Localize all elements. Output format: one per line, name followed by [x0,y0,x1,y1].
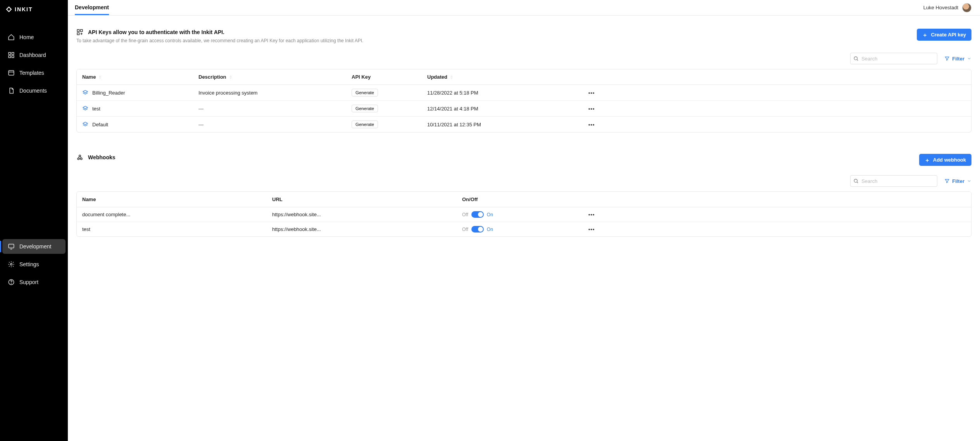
sidebar-item-dashboard[interactable]: Dashboard [2,48,66,62]
sidebar-item-label: Home [19,34,34,40]
apikeys-subtitle: To take advantage of the fine-grain acce… [76,38,363,43]
toggle-on-label: On [487,212,493,217]
apikeys-filter-button[interactable]: Filter [944,56,971,62]
col-description[interactable]: Description [198,74,352,80]
svg-rect-3 [12,56,14,58]
sidebar-item-settings[interactable]: Settings [2,257,66,272]
toggle-switch[interactable] [471,226,484,233]
sidebar-item-development[interactable]: Development [2,239,66,254]
user-menu[interactable]: Luke Hovestadt [923,3,971,12]
apikeys-table: Name Description API Key Updated [76,69,971,133]
row-description: — [198,122,352,127]
sidebar-item-documents[interactable]: Documents [2,83,66,98]
api-keys-icon [76,29,83,36]
table-row: test — Generate 12/14/2021 at 4:18 PM ••… [77,101,971,117]
col-onoff: On/Off [462,196,575,202]
plus-icon: ＋ [925,157,930,163]
svg-rect-0 [9,52,10,54]
plus-icon: ＋ [922,32,928,38]
dashboard-icon [8,52,15,59]
search-input[interactable] [850,53,937,64]
filter-label: Filter [952,178,964,184]
generate-button[interactable]: Generate [352,105,378,112]
sidebar: INKIT Home Dashboard Templates Documents [0,0,68,441]
help-icon [8,279,15,286]
sidebar-item-templates[interactable]: Templates [2,65,66,80]
svg-point-12 [854,57,858,60]
row-name: document complete... [82,212,272,217]
svg-rect-1 [12,52,14,54]
api-key-row-icon [82,90,88,96]
chevron-down-icon [967,56,971,61]
sidebar-item-home[interactable]: Home [2,30,66,45]
row-name: test [82,226,272,232]
sidebar-item-label: Support [19,279,38,285]
row-url: https://webhook.site... [272,226,462,232]
svg-rect-11 [77,33,79,35]
row-more-button[interactable]: ••• [588,90,595,96]
row-more-button[interactable]: ••• [588,226,595,232]
svg-rect-2 [9,56,10,58]
secondary-nav: Development Settings Support [0,238,68,437]
generate-button[interactable]: Generate [352,121,378,128]
toggle-switch[interactable] [471,211,484,218]
sort-icon [98,75,102,79]
brand-name: INKIT [15,6,33,12]
templates-icon [8,69,15,76]
row-more-button[interactable]: ••• [588,212,595,217]
col-url: URL [272,196,462,202]
sidebar-item-label: Documents [19,88,47,94]
webhooks-search [850,175,937,187]
table-row: Default — Generate 10/11/2021 at 12:35 P… [77,117,971,132]
svg-point-6 [10,263,12,265]
row-updated: 11/28/2022 at 5:18 PM [427,90,575,96]
add-webhook-button[interactable]: ＋ Add webhook [919,154,971,166]
svg-rect-5 [9,244,14,248]
col-apikey: API Key [352,74,427,80]
filter-label: Filter [952,56,964,62]
row-name: Billing_Reader [92,90,125,96]
svg-rect-9 [77,29,79,31]
gear-icon [8,261,15,268]
topbar: Development Luke Hovestadt [68,0,980,16]
sidebar-item-support[interactable]: Support [2,275,66,289]
generate-button[interactable]: Generate [352,89,378,96]
row-updated: 10/11/2021 at 12:35 PM [427,122,575,127]
apikeys-table-header: Name Description API Key Updated [77,69,971,85]
webhooks-title: Webhooks [88,154,116,160]
webhooks-filter-button[interactable]: Filter [944,178,971,184]
toggle-on-label: On [487,227,493,232]
button-label: Create API key [931,32,966,38]
svg-point-8 [11,283,12,284]
apikeys-section-head: API Keys allow you to authenticate with … [76,29,971,43]
apikeys-search [850,53,937,64]
row-more-button[interactable]: ••• [588,122,595,127]
sidebar-item-label: Settings [19,261,39,267]
brand-logo-icon [5,6,12,13]
brand-logo: INKIT [0,0,68,18]
search-input[interactable] [850,175,937,187]
svg-point-16 [854,179,858,182]
tab-development[interactable]: Development [75,0,109,15]
col-name: Name [82,196,272,202]
search-icon [853,56,859,61]
primary-nav: Home Dashboard Templates Documents [0,28,68,227]
webhooks-toolbar: Filter [76,175,971,187]
sidebar-item-label: Templates [19,70,44,76]
development-icon [8,243,15,250]
apikeys-title: API Keys allow you to authenticate with … [88,29,224,35]
row-more-button[interactable]: ••• [588,106,595,112]
button-label: Add webhook [933,157,966,163]
row-name: test [92,106,100,112]
search-icon [853,178,859,184]
col-name[interactable]: Name [82,74,198,80]
row-description: — [198,106,352,112]
col-updated[interactable]: Updated [427,74,575,80]
webhooks-table: Name URL On/Off document complete... htt… [76,191,971,237]
avatar [962,3,971,12]
webhooks-table-header: Name URL On/Off [77,192,971,207]
create-api-key-button[interactable]: ＋ Create API key [917,29,971,41]
svg-rect-10 [81,29,83,31]
row-url: https://webhook.site... [272,212,462,217]
row-toggle: Off On [462,226,575,233]
